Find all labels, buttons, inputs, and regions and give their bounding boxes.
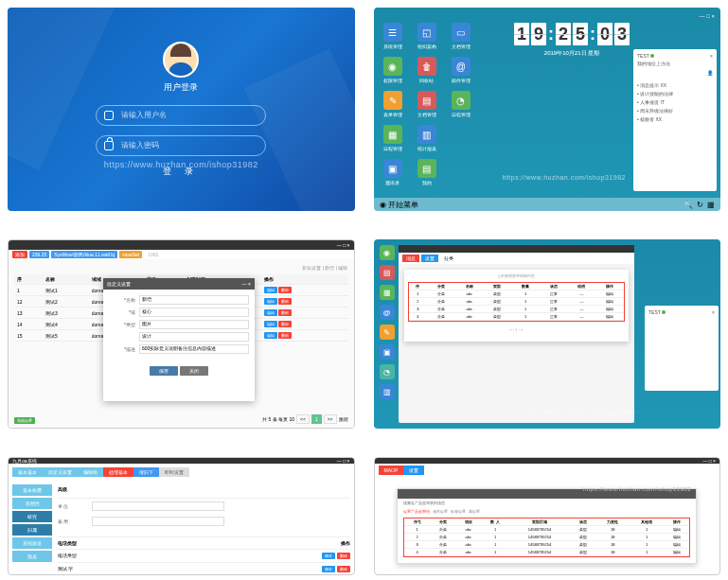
desktop-icon[interactable]: ◉权限管理 [380,57,406,83]
desktop-icon[interactable]: ◱组织架构 [414,23,440,49]
delete-button[interactable]: 删除 [278,332,292,339]
desktop-icon[interactable]: ▭文档管理 [448,23,474,49]
sidebar-item[interactable]: 研究 [12,511,52,522]
notification-panel[interactable]: TEST × 我的地位上办法 👤 • 消息提示 XX• 设计技能的法律• 人事催… [633,49,717,191]
password-input[interactable]: 请输入密码 [96,135,266,156]
text-input[interactable]: 新增 [139,295,249,305]
edit-button[interactable]: 编辑 [264,332,277,339]
clock-digit: 5 [573,23,588,45]
edit-button[interactable]: 修改 [322,553,335,559]
tab[interactable]: 基本基本 [12,467,43,477]
page-prev[interactable]: << [296,414,310,424]
tab[interactable]: 分类 [440,255,457,262]
app-icon[interactable]: ◔ [380,364,395,379]
tab[interactable]: 设置产品收费信 [403,509,430,514]
save-button[interactable]: 保存 [150,366,178,376]
sidebar-item[interactable]: 系统设设 [12,537,52,549]
page-next[interactable]: >> [324,414,337,424]
tab[interactable]: MAOP [379,466,404,475]
edit-button[interactable]: 编辑 [264,287,277,293]
edit-button[interactable]: 编辑 [264,309,277,316]
app-icon[interactable]: ▦ [380,285,395,300]
tab[interactable]: 相关设置 [433,509,448,514]
tab[interactable]: 高设置 [469,509,480,514]
tag[interactable]: 添加 [12,251,27,258]
close-icon[interactable]: × [712,309,715,315]
sidebar-item[interactable]: 基本收费 [12,484,52,496]
table-row[interactable]: 2分类abc类型1正常—编辑 [409,298,625,306]
sidebar-item[interactable]: 自然性 [12,498,52,509]
text-input[interactable]: 核心 [139,308,249,317]
start-icon[interactable]: ◉ [380,201,386,209]
tab[interactable]: 自定义设置 [43,467,78,477]
window-titlebar[interactable]: — □ × [9,240,354,250]
login-button[interactable]: 登 录 [163,166,200,178]
tag[interactable]: 236.25 [29,251,49,258]
table-row[interactable]: 4分类abc类型1正常—编辑 [409,313,625,321]
desktop-icon[interactable]: @邮件管理 [448,57,474,83]
bottom-tag[interactable]: 系统设置 [14,417,35,424]
username-input[interactable]: 请输入用户名 [96,105,266,126]
pagination[interactable]: 共 5 条 每页 10 << 1 >> 跳转 [262,414,347,424]
edit-button[interactable]: 编辑 [264,298,277,305]
delete-button[interactable]: 删除 [278,298,292,305]
tab[interactable]: 设置 [421,255,438,262]
delete-button[interactable]: 删除 [278,309,292,316]
nested-titlebar[interactable] [399,245,635,253]
table-row[interactable]: 3分类abc类型1正常—编辑 [409,306,625,313]
text-input[interactable]: 图片 [139,320,249,329]
table-row[interactable]: 1分类abc114583739254类型181编辑 [404,526,689,534]
delete-button[interactable]: 删除 [337,566,350,572]
tab[interactable]: 消息 [402,255,419,262]
desktop-icon[interactable]: ✎表单管理 [380,91,406,117]
text-input[interactable] [92,501,224,511]
tab[interactable]: 即时设置 [159,467,189,477]
edit-button[interactable]: 修改 [322,566,335,572]
tab[interactable]: 处理基本 [103,467,133,477]
close-icon[interactable]: × [710,53,713,59]
search-icon[interactable]: 🔍 [684,201,693,209]
page-1[interactable]: 1 [311,414,322,424]
refresh-icon[interactable]: ↻ [697,201,703,209]
tab[interactable]: 标准设置 [451,509,466,514]
close-button[interactable]: 关闭 [180,366,208,376]
text-input[interactable] [92,517,224,526]
tab[interactable]: 请归下 [133,467,159,477]
desktop-icon[interactable]: ▤文档管理 [414,91,440,117]
sidebar-item[interactable]: 归属 [12,524,52,536]
table-row[interactable]: 4分类abc114583739254类型181编辑 [404,549,689,556]
nested-pagination[interactable]: « ‹ 1 › » [408,322,626,338]
desktop-icon[interactable]: ◔日程管理 [448,91,474,117]
desktop-icon[interactable]: ▣通讯录 [380,159,406,185]
taskbar[interactable]: ◉ 开始菜单 🔍 ↻ ▦ [374,198,721,211]
delete-button[interactable]: 删除 [337,553,350,559]
table-row[interactable]: 2分类abc114583739254类型181编辑 [404,534,689,541]
table-row[interactable]: 3分类abc114583739254类型181编辑 [404,541,689,549]
text-input[interactable]: 600实际意义说明备注信息内容描述 [139,344,249,354]
app-icon[interactable]: ▤ [380,265,395,280]
desktop-icon[interactable]: ☰系统管理 [380,23,406,49]
app-icon[interactable]: ◉ [380,245,395,260]
edit-button[interactable]: 编辑 [264,321,277,327]
tag[interactable]: saveSet [119,251,142,258]
desktop-icon[interactable]: ▦日程管理 [380,125,406,151]
app-icon[interactable]: ✎ [380,325,395,340]
tab[interactable]: 设置 [403,466,424,475]
desktop-icon[interactable]: 🗑回收站 [414,57,440,83]
table-row[interactable]: 1分类abc类型1正常—编辑 [409,290,625,298]
text-input[interactable]: 设计 [139,332,249,342]
tab[interactable]: 编辑组 [78,467,103,477]
delete-button[interactable]: 删除 [278,287,292,293]
delete-button[interactable]: 删除 [278,321,292,327]
section-header: 高级 [58,484,350,499]
close-icon[interactable]: — × [242,281,251,287]
desktop-icon[interactable]: ▥统计报表 [414,125,440,151]
notification-panel[interactable]: TEST × [645,306,719,391]
app-icon[interactable]: ▣ [380,344,395,360]
sidebar-item[interactable]: 我居 [12,551,52,562]
app-icon[interactable]: @ [380,305,395,320]
tag[interactable]: SysWow/新民/blue.11.wall.bj [51,251,117,258]
app-icon[interactable]: ▥ [380,384,395,399]
grid-icon[interactable]: ▦ [707,201,715,209]
desktop-icon[interactable]: ▤我的 [414,159,440,185]
